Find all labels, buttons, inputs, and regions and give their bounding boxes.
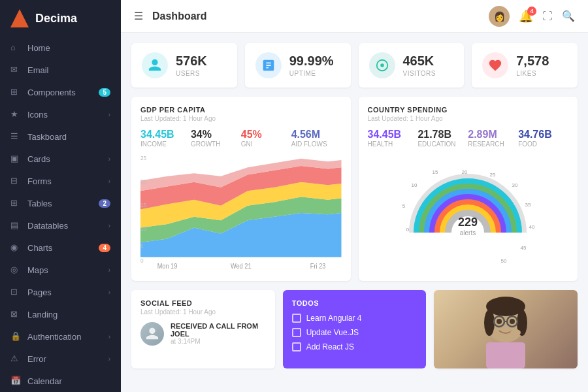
sidebar-item-home[interactable]: ⌂ Home <box>0 37 121 59</box>
todos-title: TODOS <box>292 299 417 307</box>
page-content: 576K USERS 99.99% UPTIME 465K <box>121 33 588 392</box>
sidebar-item-label: Home <box>27 43 110 53</box>
svg-text:30: 30 <box>512 182 518 188</box>
chevron-right-icon: › <box>108 355 110 363</box>
todo-checkbox-3[interactable] <box>292 342 301 351</box>
feed-item: RECEIVED A CALL FROM JOEL at 3:14PM <box>140 322 266 346</box>
stat-card-likes: 7,578 LIKES <box>472 43 578 88</box>
feed-text: RECEIVED A CALL FROM JOEL at 3:14PM <box>171 322 266 345</box>
growth-label: Growth <box>191 140 241 148</box>
svg-text:35: 35 <box>525 202 531 208</box>
sidebar-item-calendar[interactable]: 📅 Calendar <box>0 370 121 392</box>
gauge-chart: 20 25 30 35 40 45 50 15 10 5 0 <box>396 161 540 265</box>
sidebar-item-authentication[interactable]: 🔒 Authentication › <box>0 325 121 348</box>
sidebar-item-tables[interactable]: ⊞ Tables 2 <box>0 192 121 214</box>
sidebar-item-forms[interactable]: ⊟ Forms › <box>0 170 121 192</box>
sidebar-item-landing[interactable]: ⊠ Landing <box>0 303 121 325</box>
visitors-icon <box>369 52 395 78</box>
svg-text:20: 20 <box>140 178 146 185</box>
gauge-chart-container: 20 25 30 35 40 45 50 15 10 5 0 <box>368 154 569 272</box>
todo-label-2: Update Vue.JS <box>306 328 359 337</box>
svg-text:Mon 19: Mon 19 <box>157 263 178 270</box>
brand-icon <box>10 9 29 27</box>
landing-icon: ⊠ <box>10 309 21 319</box>
components-badge: 5 <box>99 88 110 97</box>
country-education: 21.78B Education <box>417 129 468 148</box>
menu-icon[interactable]: ☰ <box>134 10 143 22</box>
sidebar-item-cards[interactable]: ▣ Cards › <box>0 148 121 170</box>
topbar-actions: 👩 🔔 4 ⛶ 🔍 <box>489 6 575 27</box>
chevron-right-icon: › <box>108 267 110 274</box>
tables-icon: ⊞ <box>10 198 21 208</box>
sidebar-item-taskboard[interactable]: ☰ Taskboard <box>0 125 121 148</box>
todo-checkbox-1[interactable] <box>292 314 301 323</box>
search-icon[interactable]: 🔍 <box>562 10 575 22</box>
likes-value: 7,578 <box>516 54 549 69</box>
sidebar-item-label: Icons <box>27 110 108 120</box>
stat-info-likes: 7,578 LIKES <box>516 54 549 77</box>
photo-placeholder <box>434 290 578 368</box>
todo-item-2: Update Vue.JS <box>292 328 417 337</box>
visitors-label: VISITORS <box>403 70 436 77</box>
growth-value: 34% <box>191 129 241 140</box>
education-value: 21.78B <box>417 129 468 140</box>
sidebar-item-icons[interactable]: ★ Icons › <box>0 103 121 125</box>
svg-text:15: 15 <box>140 202 146 208</box>
sidebar-item-label: Calendar <box>27 376 110 386</box>
todo-checkbox-2[interactable] <box>292 328 301 337</box>
charts-badge: 4 <box>99 244 110 252</box>
sidebar-item-pages[interactable]: ⊡ Pages › <box>0 281 121 303</box>
aidflows-value: 4.56M <box>291 129 342 140</box>
pages-icon: ⊡ <box>10 287 21 297</box>
area-chart: Mon 19 Wed 21 Fri 23 25 20 15 10 5 0 <box>140 154 342 272</box>
sidebar-item-label: Landing <box>27 310 110 319</box>
stat-info-uptime: 99.99% UPTIME <box>289 54 334 77</box>
country-subtitle: Last Updated: 1 Hour Ago <box>368 115 569 122</box>
sidebar-item-label: Datatables <box>27 221 108 231</box>
sidebar-item-error[interactable]: ⚠ Error › <box>0 348 121 370</box>
gdp-aidflows: 4.56M Aid Flows <box>291 129 342 148</box>
stat-card-uptime: 99.99% UPTIME <box>245 43 351 88</box>
chevron-right-icon: › <box>108 155 110 163</box>
chart-row: GDP PER CAPITA Last Updated: 1 Hour Ago … <box>131 97 578 281</box>
chevron-right-icon: › <box>108 289 110 296</box>
food-value: 34.76B <box>518 129 568 140</box>
svg-text:5: 5 <box>402 203 406 209</box>
aidflows-label: Aid Flows <box>291 140 342 148</box>
error-icon: ⚠ <box>10 353 21 364</box>
chevron-right-icon: › <box>108 222 110 229</box>
chevron-right-icon: › <box>108 111 110 118</box>
sidebar-item-components[interactable]: ⊞ Components 5 <box>0 81 121 103</box>
sidebar-item-datatables[interactable]: ▤ Datatables › <box>0 214 121 237</box>
svg-text:25: 25 <box>140 155 146 161</box>
sidebar-item-charts[interactable]: ◉ Charts 4 <box>0 237 121 259</box>
research-label: Research <box>468 140 518 148</box>
sidebar-item-label: Pages <box>27 287 108 297</box>
lock-icon: 🔒 <box>10 331 21 342</box>
todos-panel: TODOS Learn Angular 4 Update Vue.JS Add … <box>283 290 427 368</box>
chevron-right-icon: › <box>108 333 110 340</box>
svg-text:229: 229 <box>458 216 478 229</box>
svg-text:45: 45 <box>521 245 527 251</box>
fullscreen-icon[interactable]: ⛶ <box>542 10 553 22</box>
sidebar-item-email[interactable]: ✉ Email <box>0 59 121 81</box>
avatar[interactable]: 👩 <box>489 6 510 27</box>
stat-card-visitors: 465K VISITORS <box>359 43 465 88</box>
svg-text:0: 0 <box>140 257 144 264</box>
income-label: Income <box>140 140 191 148</box>
components-icon: ⊞ <box>10 87 21 97</box>
country-panel: COUNTRY SPENDING Last Updated: 1 Hour Ag… <box>359 97 578 281</box>
taskboard-icon: ☰ <box>10 131 21 142</box>
forms-icon: ⊟ <box>10 176 21 186</box>
country-metrics: 34.45B Health 21.78B Education 2.89M Res… <box>368 129 569 148</box>
sidebar-item-maps[interactable]: ◎ Maps › <box>0 259 121 281</box>
area-chart-container: Mon 19 Wed 21 Fri 23 25 20 15 10 5 0 <box>140 154 342 272</box>
likes-label: LIKES <box>516 70 549 77</box>
notifications-button[interactable]: 🔔 4 <box>519 9 533 24</box>
income-value: 34.45B <box>140 129 191 140</box>
bottom-row: SOCIAL FEED Last Updated: 1 Hour Ago REC… <box>131 290 578 368</box>
stat-card-users: 576K USERS <box>131 43 237 88</box>
sidebar-item-label: Cards <box>27 154 108 164</box>
home-icon: ⌂ <box>10 42 21 53</box>
notification-count: 4 <box>527 7 536 16</box>
